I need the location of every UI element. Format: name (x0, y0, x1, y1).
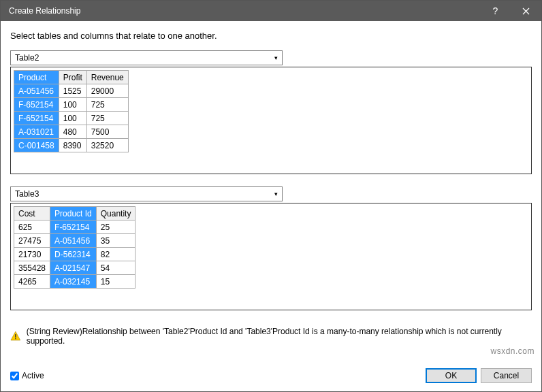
table-row[interactable]: 21730D-56231482 (14, 248, 136, 261)
table-cell[interactable]: A-051456 (50, 234, 97, 248)
table-cell[interactable]: A-051456 (14, 84, 59, 98)
table-cell[interactable]: 7500 (86, 125, 128, 139)
table-cell[interactable]: 480 (59, 125, 86, 139)
instruction-text: Select tables and columns that relate to… (10, 31, 532, 41)
watermark: wsxdn.com (490, 346, 535, 356)
table-cell[interactable]: 82 (96, 248, 136, 261)
table-row[interactable]: 625F-65215425 (14, 220, 136, 234)
table-row[interactable]: A-051456152529000 (14, 84, 129, 98)
chevron-down-icon: ▾ (274, 54, 278, 61)
table-cell[interactable]: 21730 (14, 248, 50, 261)
column-header[interactable]: Quantity (96, 207, 136, 220)
column-header[interactable]: Profit (59, 71, 86, 84)
table-cell[interactable]: 355428 (14, 261, 50, 275)
active-checkbox[interactable] (10, 372, 19, 380)
table-row[interactable]: 4265A-03214515 (14, 275, 136, 289)
help-button[interactable]: ? (480, 1, 511, 21)
table-row[interactable]: 355428A-02154754 (14, 261, 136, 275)
primary-table-value: Table2 (15, 53, 39, 63)
table-cell[interactable]: F-652154 (14, 98, 59, 112)
table-cell[interactable]: 32520 (86, 139, 128, 152)
table-row[interactable]: A-0310214807500 (14, 125, 129, 139)
table-cell[interactable]: 35 (96, 234, 136, 248)
column-header[interactable]: Product (14, 71, 59, 84)
table-row[interactable]: 27475A-05145635 (14, 234, 136, 248)
column-header[interactable]: Cost (14, 207, 50, 220)
table-cell[interactable]: 1525 (59, 84, 86, 98)
warning-row: (String Review)Relationship between 'Tab… (1, 323, 541, 350)
ok-button[interactable]: OK (426, 368, 477, 383)
secondary-table-dropdown[interactable]: Table3 ▾ (10, 186, 283, 201)
table-cell[interactable]: 29000 (86, 84, 128, 98)
table-cell[interactable]: F-652154 (14, 112, 59, 125)
dialog-content: Select tables and columns that relate to… (1, 21, 541, 310)
column-header[interactable]: Revenue (86, 71, 128, 84)
close-button[interactable] (511, 1, 541, 21)
table-cell[interactable]: A-021547 (50, 261, 97, 275)
table-cell[interactable]: C-001458 (14, 139, 59, 152)
table-cell[interactable]: 54 (96, 261, 136, 275)
secondary-table-panel: CostProduct IdQuantity625F-6521542527475… (10, 203, 532, 310)
svg-rect-1 (15, 338, 16, 339)
table-cell[interactable]: 4265 (14, 275, 50, 289)
table-cell[interactable]: F-652154 (50, 220, 97, 234)
window-title: Create Relationship (9, 6, 480, 16)
primary-table-dropdown[interactable]: Table2 ▾ (10, 50, 283, 65)
cancel-button[interactable]: Cancel (481, 368, 532, 383)
chevron-down-icon: ▾ (274, 191, 278, 197)
table-cell[interactable]: 725 (86, 98, 128, 112)
warning-icon (10, 331, 21, 342)
table-cell[interactable]: 625 (14, 220, 50, 234)
svg-rect-0 (15, 334, 16, 338)
close-icon (522, 7, 530, 15)
primary-table-panel: ProductProfitRevenueA-051456152529000F-6… (10, 67, 532, 174)
table-cell[interactable]: 100 (59, 98, 86, 112)
secondary-table-value: Table3 (15, 189, 39, 199)
table-cell[interactable]: 15 (96, 275, 136, 289)
primary-columns-table[interactable]: ProductProfitRevenueA-051456152529000F-6… (14, 70, 129, 152)
dialog-footer: Active OK Cancel (1, 361, 541, 391)
active-label: Active (22, 371, 44, 380)
table-cell[interactable]: D-562314 (50, 248, 97, 261)
table-row[interactable]: C-001458839032520 (14, 139, 129, 152)
table-cell[interactable]: A-031021 (14, 125, 59, 139)
active-checkbox-wrap[interactable]: Active (10, 371, 44, 380)
column-header[interactable]: Product Id (50, 207, 97, 220)
table-cell[interactable]: 8390 (59, 139, 86, 152)
titlebar: Create Relationship ? (1, 1, 541, 21)
table-cell[interactable]: 725 (86, 112, 128, 125)
table-row[interactable]: F-652154100725 (14, 98, 129, 112)
secondary-columns-table[interactable]: CostProduct IdQuantity625F-6521542527475… (14, 206, 136, 289)
table-cell[interactable]: 100 (59, 112, 86, 125)
table-row[interactable]: F-652154100725 (14, 112, 129, 125)
warning-text: (String Review)Relationship between 'Tab… (27, 327, 532, 346)
table-cell[interactable]: 25 (96, 220, 136, 234)
table-cell[interactable]: 27475 (14, 234, 50, 248)
table-cell[interactable]: A-032145 (50, 275, 97, 289)
